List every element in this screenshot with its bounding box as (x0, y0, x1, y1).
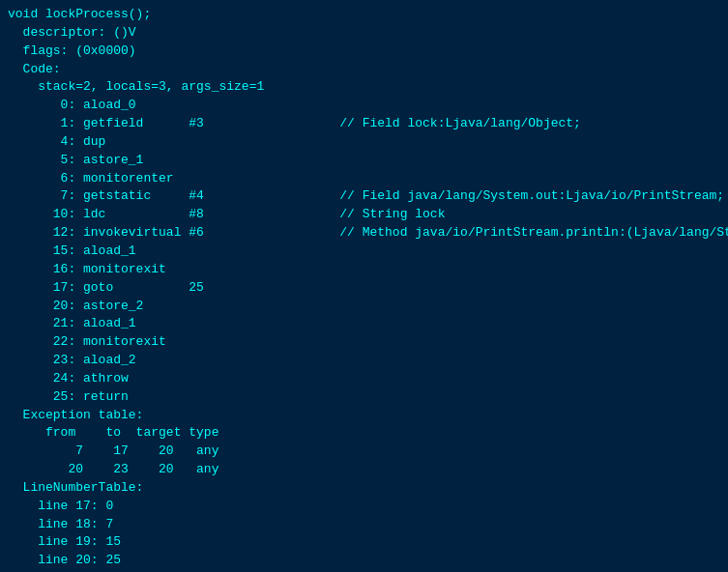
code-line: 6: monitorenter (8, 170, 720, 188)
code-line: 15: aload_1 (8, 243, 720, 261)
code-line: 20 23 20 any (8, 461, 720, 479)
code-line: line 18: 7 (8, 516, 720, 534)
code-line: 24: athrow (8, 370, 720, 388)
code-line: 25: return (8, 388, 720, 407)
code-line: Code: (8, 61, 720, 79)
code-line: line 19: 15 (8, 533, 720, 552)
code-line: Exception table: (8, 407, 720, 425)
code-line: 20: astore_2 (8, 298, 720, 316)
code-line: 5: astore_1 (8, 152, 720, 170)
code-line: 16: monitorexit (8, 261, 720, 279)
code-line: 10: ldc #8 // String lock (8, 206, 720, 224)
code-line: stack=2, locals=3, args_size=1 (8, 78, 720, 97)
code-line: 7 17 20 any (8, 443, 720, 461)
code-line: 17: goto 25 (8, 279, 720, 298)
code-line: descriptor: ()V (8, 24, 720, 43)
code-line: line 20: 25 (8, 552, 720, 570)
code-line: LineNumberTable: (8, 479, 720, 498)
code-line: 4: dup (8, 133, 720, 152)
code-line: flags: (0x0000) (8, 43, 720, 61)
code-line: 23: aload_2 (8, 352, 720, 370)
code-line: 1: getfield #3 // Field lock:Ljava/lang/… (8, 115, 720, 133)
code-line: 21: aload_1 (8, 315, 720, 333)
code-line: 12: invokevirtual #6 // Method java/io/P… (8, 224, 720, 243)
code-line: line 17: 0 (8, 498, 720, 516)
code-display: void lockProcess(); descriptor: ()V flag… (0, 0, 728, 572)
code-line: void lockProcess(); (8, 6, 720, 24)
code-line: 0: aload_0 (8, 97, 720, 115)
code-line: 22: monitorexit (8, 333, 720, 352)
code-line: from to target type (8, 424, 720, 443)
code-line: 7: getstatic #4 // Field java/lang/Syste… (8, 187, 720, 206)
